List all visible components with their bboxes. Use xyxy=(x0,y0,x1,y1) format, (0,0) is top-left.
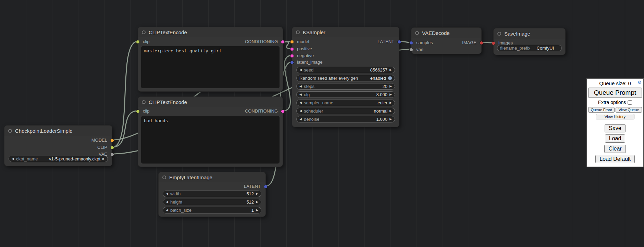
node-collapse-dot-icon[interactable] xyxy=(296,30,300,34)
prompt-textarea[interactable]: bad hands xyxy=(141,116,280,164)
ksampler-node[interactable]: KSampler model positive negative latent_… xyxy=(292,27,399,127)
node-title: CheckpointLoaderSimple xyxy=(15,128,73,134)
node-title: CLIPTextEncode xyxy=(149,29,187,35)
input-slot-clip: clip xyxy=(143,38,150,45)
input-dot-images[interactable] xyxy=(492,41,495,45)
node-collapse-dot-icon[interactable] xyxy=(142,100,146,104)
settings-gear-icon[interactable]: ⚙ xyxy=(637,80,642,84)
node-title: KSampler xyxy=(303,29,325,35)
left-arrow-icon[interactable]: ◀ xyxy=(299,85,302,88)
input-dot-latent-image[interactable] xyxy=(290,61,294,64)
output-slot-clip: CLIP xyxy=(97,144,107,151)
left-arrow-icon[interactable]: ◀ xyxy=(299,109,302,113)
left-arrow-icon[interactable]: ◀ xyxy=(299,101,302,104)
right-arrow-icon[interactable]: ▶ xyxy=(256,192,258,195)
input-dot-negative[interactable] xyxy=(290,54,294,58)
node-title-bar[interactable]: EmptyLatentImage xyxy=(159,172,265,182)
save-button[interactable]: Save xyxy=(605,124,625,132)
node-title-bar[interactable]: CLIPTextEncode xyxy=(138,27,283,37)
steps-widget[interactable]: ◀ steps 20 ▶ xyxy=(296,83,395,90)
right-arrow-icon[interactable]: ▶ xyxy=(389,109,392,113)
queue-front-button[interactable]: Queue Front xyxy=(588,107,615,113)
left-arrow-icon[interactable]: ◀ xyxy=(299,68,302,72)
right-arrow-icon[interactable]: ▶ xyxy=(389,118,392,121)
right-arrow-icon[interactable]: ▶ xyxy=(389,85,392,88)
input-slot-latent-image: latent_image xyxy=(297,59,322,66)
graph-canvas[interactable]: CheckpointLoaderSimple MODEL CLIP VAE ◀ … xyxy=(0,0,644,247)
height-widget[interactable]: ◀ height 512 ▶ xyxy=(163,199,261,205)
input-slot-vae: vae xyxy=(416,46,423,53)
sampler-name-widget[interactable]: ◀ sampler_name euler ▶ xyxy=(296,100,395,106)
output-dot-conditioning[interactable] xyxy=(281,109,285,113)
empty-latent-image-node[interactable]: EmptyLatentImage LATENT ◀ width 512 ▶ ◀ … xyxy=(158,172,266,217)
left-arrow-icon[interactable]: ◀ xyxy=(299,93,302,96)
output-dot-latent[interactable] xyxy=(397,40,401,44)
output-dot-clip[interactable] xyxy=(110,146,114,150)
output-dot-latent[interactable] xyxy=(264,185,268,188)
input-dot-clip[interactable] xyxy=(136,109,140,113)
view-queue-button[interactable]: View Queue xyxy=(616,107,642,113)
toggle-indicator-icon[interactable] xyxy=(388,76,392,80)
load-button[interactable]: Load xyxy=(605,134,626,143)
clip-text-encode-negative-node[interactable]: CLIPTextEncode clip CONDITIONING bad han… xyxy=(138,96,283,167)
output-slot-latent: LATENT xyxy=(377,38,394,45)
right-arrow-icon[interactable]: ▶ xyxy=(256,209,258,212)
node-collapse-dot-icon[interactable] xyxy=(162,176,166,179)
node-collapse-dot-icon[interactable] xyxy=(415,31,419,35)
input-dot-clip[interactable] xyxy=(136,40,140,44)
save-image-node[interactable]: SaveImage images filename_prefix ComfyUI xyxy=(493,28,566,55)
output-dot-model[interactable] xyxy=(110,139,114,142)
node-title-bar[interactable]: SaveImage xyxy=(494,28,565,39)
clear-button[interactable]: Clear xyxy=(604,145,626,153)
output-slot-latent: LATENT xyxy=(244,183,261,190)
left-arrow-icon[interactable]: ◀ xyxy=(12,157,14,160)
node-title: SaveImage xyxy=(504,31,530,37)
node-title-bar[interactable]: KSampler xyxy=(292,27,399,37)
node-collapse-dot-icon[interactable] xyxy=(142,30,146,34)
right-arrow-icon[interactable]: ▶ xyxy=(102,157,105,160)
seed-widget[interactable]: ◀ seed 8566257 ▶ xyxy=(296,67,395,73)
filename-prefix-widget[interactable]: filename_prefix ComfyUI xyxy=(497,45,562,51)
node-collapse-dot-icon[interactable] xyxy=(8,129,12,133)
right-arrow-icon[interactable]: ▶ xyxy=(389,68,392,72)
left-arrow-icon[interactable]: ◀ xyxy=(166,200,168,204)
load-default-button[interactable]: Load Default xyxy=(595,155,635,163)
output-dot-image[interactable] xyxy=(480,41,483,45)
right-arrow-icon[interactable]: ▶ xyxy=(389,101,392,104)
node-title-bar[interactable]: CheckpointLoaderSimple xyxy=(4,126,112,136)
ckpt-name-widget[interactable]: ◀ ckpt_name v1-5-pruned-emaonly.ckpt ▶ xyxy=(9,156,108,162)
batch-size-widget[interactable]: ◀ batch_size 1 ▶ xyxy=(163,207,261,213)
node-title: VAEDecode xyxy=(422,30,450,36)
input-dot-model[interactable] xyxy=(290,40,294,44)
output-dot-conditioning[interactable] xyxy=(281,40,285,44)
right-arrow-icon[interactable]: ▶ xyxy=(389,93,392,96)
input-dot-vae[interactable] xyxy=(409,48,413,52)
node-collapse-dot-icon[interactable] xyxy=(497,32,501,36)
random-seed-toggle-widget[interactable]: Random seed after every gen enabled xyxy=(296,75,395,81)
input-dot-samples[interactable] xyxy=(409,41,413,45)
denoise-widget[interactable]: ◀ denoise 1.000 ▶ xyxy=(296,116,395,122)
output-slot-conditioning: CONDITIONING xyxy=(245,108,278,115)
left-arrow-icon[interactable]: ◀ xyxy=(299,118,302,121)
prompt-textarea[interactable]: masterpiece best quality girl xyxy=(141,46,280,88)
queue-prompt-button[interactable]: Queue Prompt xyxy=(588,88,642,98)
right-arrow-icon[interactable]: ▶ xyxy=(256,200,258,204)
width-widget[interactable]: ◀ width 512 ▶ xyxy=(163,191,261,197)
extra-options-checkbox[interactable] xyxy=(628,100,632,105)
scheduler-widget[interactable]: ◀ scheduler normal ▶ xyxy=(296,108,395,114)
left-arrow-icon[interactable]: ◀ xyxy=(166,192,168,195)
left-arrow-icon[interactable]: ◀ xyxy=(166,209,168,212)
input-dot-positive[interactable] xyxy=(290,47,294,51)
queue-size-label: Queue size: 0 xyxy=(599,80,631,86)
view-history-button[interactable]: View History xyxy=(596,114,634,119)
cfg-widget[interactable]: ◀ cfg 8.000 ▶ xyxy=(296,91,395,98)
checkpoint-loader-node[interactable]: CheckpointLoaderSimple MODEL CLIP VAE ◀ … xyxy=(4,125,112,166)
output-dot-vae[interactable] xyxy=(110,153,114,156)
comfy-menu-panel: Queue size: 0 ⚙ Queue Prompt Extra optio… xyxy=(586,78,644,167)
clip-text-encode-positive-node[interactable]: CLIPTextEncode clip CONDITIONING masterp… xyxy=(138,27,283,92)
vae-decode-node[interactable]: VAEDecode samples vae IMAGE xyxy=(411,27,482,54)
output-slot-conditioning: CONDITIONING xyxy=(245,38,278,45)
node-title-bar[interactable]: VAEDecode xyxy=(411,28,481,38)
node-title-bar[interactable]: CLIPTextEncode xyxy=(138,97,283,107)
node-title: EmptyLatentImage xyxy=(169,174,212,180)
